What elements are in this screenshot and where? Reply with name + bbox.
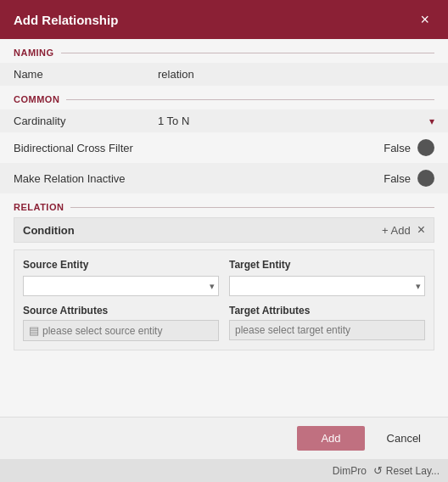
name-input[interactable] <box>158 68 434 81</box>
condition-bar: Condition + Add × <box>14 217 434 243</box>
dialog-footer: Add Cancel <box>0 417 448 459</box>
source-column: Source Entity ▾ Source Attributes ▤ <box>23 259 219 341</box>
condition-add-button[interactable]: + Add <box>382 224 411 237</box>
dialog-close-button[interactable]: × <box>415 10 434 29</box>
name-value <box>158 68 434 81</box>
name-field-row: Name <box>0 63 448 86</box>
target-attributes-wrapper <box>229 320 425 340</box>
add-relationship-dialog: Add Relationship × NAMING Name COMMON Ca… <box>0 0 448 482</box>
source-attr-icon: ▤ <box>29 324 39 337</box>
condition-add-label: Add <box>391 224 411 237</box>
dialog-title: Add Relationship <box>14 13 118 27</box>
target-attributes-label: Target Attributes <box>229 305 425 317</box>
relation-content: Condition + Add × Source Entity <box>0 217 448 359</box>
make-inactive-row: Make Relation Inactive False <box>0 163 448 193</box>
bidirectional-row: Bidirectional Cross Filter False <box>0 132 448 163</box>
condition-actions: + Add × <box>382 223 425 237</box>
condition-label: Condition <box>23 224 75 237</box>
source-entity-select-wrapper: ▾ <box>23 276 219 296</box>
cardinality-select-wrapper: 1 To 1 1 To N N To 1 N To N ▾ <box>158 115 434 127</box>
naming-section-label: NAMING <box>14 48 54 58</box>
cancel-button[interactable]: Cancel <box>373 426 434 451</box>
source-attributes-input[interactable] <box>42 325 213 337</box>
common-section-line <box>66 99 434 100</box>
source-attributes-label: Source Attributes <box>23 305 219 317</box>
relation-section-header: RELATION <box>0 193 448 217</box>
reset-layout-button[interactable]: ↺ Reset Lay... <box>373 464 440 477</box>
naming-section-line <box>61 53 434 53</box>
target-entity-select[interactable] <box>235 280 419 292</box>
source-entity-select[interactable] <box>29 280 213 292</box>
cardinality-label: Cardinality <box>14 115 158 127</box>
relation-section-line <box>70 207 434 208</box>
relation-section-label: RELATION <box>14 202 64 212</box>
common-section-header: COMMON <box>0 86 448 109</box>
add-button[interactable]: Add <box>297 426 364 451</box>
make-inactive-value: False <box>384 172 411 185</box>
name-label: Name <box>14 68 158 81</box>
cardinality-select[interactable]: 1 To 1 1 To N N To 1 N To N <box>158 115 434 127</box>
condition-close-button[interactable]: × <box>417 223 425 237</box>
bidirectional-value: False <box>384 142 411 154</box>
plus-icon: + <box>382 224 389 237</box>
reset-icon: ↺ <box>373 464 383 477</box>
dialog-header: Add Relationship × <box>0 0 448 39</box>
source-attributes-wrapper: ▤ <box>23 320 219 341</box>
bottom-bar: DimPro ↺ Reset Lay... <box>0 459 448 482</box>
bidirectional-label: Bidirectional Cross Filter <box>14 142 384 154</box>
make-inactive-toggle[interactable] <box>417 170 434 187</box>
cardinality-field-row: Cardinality 1 To 1 1 To N N To 1 N To N … <box>0 109 448 132</box>
common-section-label: COMMON <box>14 94 59 104</box>
dialog-body: NAMING Name COMMON Cardinality 1 To 1 1 … <box>0 39 448 417</box>
target-entity-label: Target Entity <box>229 259 425 271</box>
entity-grid: Source Entity ▾ Source Attributes ▤ <box>14 249 434 350</box>
source-entity-label: Source Entity <box>23 259 219 271</box>
target-column: Target Entity ▾ Target Attributes <box>229 259 425 341</box>
target-entity-select-wrapper: ▾ <box>229 276 425 296</box>
target-attributes-input[interactable] <box>235 324 419 336</box>
make-inactive-label: Make Relation Inactive <box>14 172 384 185</box>
naming-section-header: NAMING <box>0 39 448 63</box>
bidirectional-toggle[interactable] <box>417 139 434 156</box>
reset-label: Reset Lay... <box>386 465 440 477</box>
brand-label: DimPro <box>333 465 367 477</box>
